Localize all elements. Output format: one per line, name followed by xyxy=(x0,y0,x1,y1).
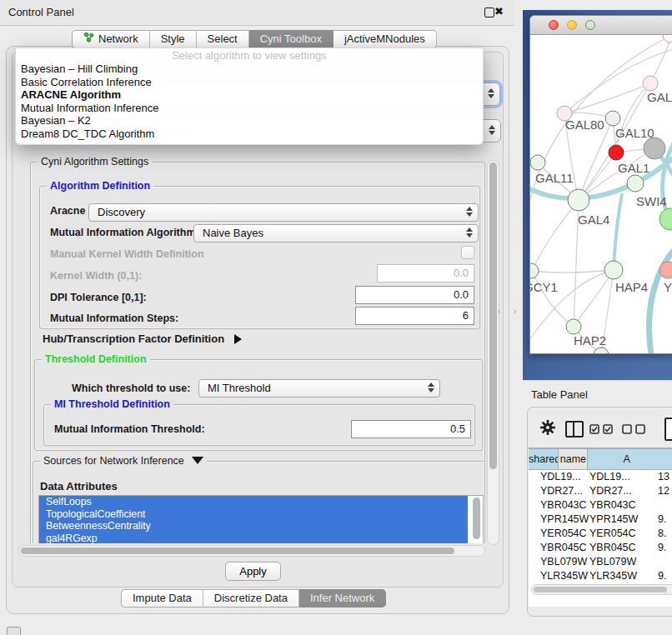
cyni-settings-group-title: Cyni Algorithm Settings xyxy=(38,156,152,168)
dpi-tolerance-field[interactable]: 0.0 xyxy=(355,286,474,304)
network-edge[interactable] xyxy=(532,200,579,271)
mi-type-combo[interactable]: Naive Bayes xyxy=(193,224,479,242)
table-cell: YBR043C xyxy=(529,498,583,512)
network-node[interactable] xyxy=(659,208,672,230)
tab-select[interactable]: Select xyxy=(197,30,249,48)
table-column-header[interactable]: shared... xyxy=(529,448,559,470)
table-row[interactable]: YBR045CYBR045C9. xyxy=(529,541,672,555)
tab-label: Network xyxy=(98,30,138,48)
apply-button[interactable]: Apply xyxy=(225,562,281,581)
mi-steps-label: Mutual Information Steps: xyxy=(50,312,178,324)
table-row[interactable]: YER054CYER054C8. xyxy=(529,527,672,541)
table-cell: 9. xyxy=(635,541,672,555)
network-canvas[interactable]: GALGAL80GAL10GAL1GAL11SWI4GAL4GCY1HAP4YH… xyxy=(530,35,672,353)
network-node[interactable] xyxy=(644,138,665,159)
algorithm-option[interactable]: Bayesian – K2 xyxy=(16,114,483,128)
network-node-y[interactable] xyxy=(659,262,672,278)
stepper-arrows-icon xyxy=(489,125,494,135)
sources-group-title[interactable]: Sources for Network Inference xyxy=(40,455,207,467)
table-row[interactable]: YBL079WYBL079W xyxy=(529,555,672,569)
table-cell: YER054C xyxy=(583,527,635,541)
network-edge[interactable] xyxy=(649,245,672,353)
float-window-icon[interactable] xyxy=(484,8,494,18)
network-node-hap4[interactable] xyxy=(604,261,623,279)
table-row[interactable]: YDR27...YDR27...12 xyxy=(529,484,672,498)
data-attribute-item-selected[interactable]: SelfLoops xyxy=(39,496,468,508)
network-node-hap2[interactable] xyxy=(566,319,581,334)
node-table[interactable]: shared...nameA YDL19...YDL19...13YDR27..… xyxy=(529,448,672,607)
network-view-window[interactable]: GALGAL80GAL10GAL1GAL11SWI4GAL4GCY1HAP4YH… xyxy=(529,15,672,354)
mi-threshold-field[interactable]: 0.5 xyxy=(351,420,471,438)
settings-vertical-scrollbar[interactable] xyxy=(487,160,499,545)
zoom-traffic-light-icon[interactable] xyxy=(585,20,595,30)
algorithm-option[interactable]: Dream8 DC_TDC Algorithm xyxy=(16,128,483,141)
close-icon[interactable]: ✖ xyxy=(494,5,504,18)
table-horizontal-scrollbar[interactable] xyxy=(531,584,672,595)
table-column-header[interactable]: A xyxy=(588,448,672,470)
network-node-gcy1[interactable] xyxy=(530,263,539,278)
data-attribute-item-selected[interactable]: gal4RGexp xyxy=(39,532,468,544)
data-attributes-list[interactable]: SelfLoopsTopologicalCoefficientBetweenne… xyxy=(38,495,484,543)
tab-discretize-data[interactable]: Discretize Data xyxy=(203,589,299,608)
table-cell: YDL19... xyxy=(583,470,635,484)
table-row[interactable]: YPR145WYPR145W9. xyxy=(529,512,672,527)
aracne-mode-combo[interactable]: Discovery xyxy=(88,203,479,222)
algorithm-option[interactable]: ARACNE Algorithm xyxy=(16,88,483,102)
tab-style[interactable]: Style xyxy=(150,30,197,48)
minimize-traffic-light-icon[interactable] xyxy=(567,20,577,30)
list-scrollbar-thumb[interactable] xyxy=(473,498,480,539)
select-all-checkboxes-icon[interactable] xyxy=(589,424,613,434)
network-edge[interactable] xyxy=(614,193,622,270)
table-row[interactable]: YDL19...YDL19...13 xyxy=(529,470,672,484)
network-node-gal1[interactable] xyxy=(609,145,624,160)
algorithm-option[interactable]: Bayesian – Hill Climbing xyxy=(16,62,483,76)
tab-network[interactable]: Network xyxy=(72,30,150,48)
table-horizontal-scrollbar-thumb[interactable] xyxy=(534,587,667,592)
algorithm-option[interactable]: Mutual Information Inference xyxy=(16,102,483,115)
network-node-gal10[interactable] xyxy=(605,111,620,126)
data-attribute-item-selected[interactable]: TopologicalCoefficient xyxy=(39,508,468,521)
node-label: HAP4 xyxy=(615,280,648,294)
network-node[interactable] xyxy=(594,348,609,353)
deselect-all-checkboxes-icon[interactable] xyxy=(622,424,645,434)
hub-definition-expander[interactable]: Hub/Transcription Factor Definition xyxy=(43,332,242,345)
tab-infer-network[interactable]: Infer Network xyxy=(299,589,386,608)
algorithm-option[interactable]: Basic Correlation Inference xyxy=(16,76,483,89)
network-edge[interactable] xyxy=(532,270,614,272)
settings-horizontal-scrollbar[interactable] xyxy=(18,545,485,557)
mi-steps-field[interactable]: 6 xyxy=(355,307,474,325)
taskbar-icon[interactable] xyxy=(7,627,21,635)
network-node-gal11[interactable] xyxy=(530,155,545,170)
tab-impute-data[interactable]: Impute Data xyxy=(121,589,203,608)
settings-vertical-scrollbar-thumb[interactable] xyxy=(489,162,497,469)
dropdown-prompt: Select algorithm to view settings xyxy=(16,49,483,62)
splitter-handle-icon[interactable]: › xyxy=(514,307,516,316)
splitter-handle-icon[interactable]: ‹ xyxy=(498,307,500,316)
split-columns-icon[interactable] xyxy=(565,421,584,438)
network-node-swi4[interactable] xyxy=(627,175,644,192)
tab-cyni-toolbox[interactable]: Cyni Toolbox xyxy=(249,30,333,48)
table-cell xyxy=(635,498,672,512)
table-cell: 8. xyxy=(635,527,672,541)
network-edge[interactable] xyxy=(574,270,614,327)
tab-jactivemnodules[interactable]: jActiveMNodules xyxy=(333,30,437,48)
table-column-header[interactable]: name xyxy=(559,448,588,470)
network-node[interactable] xyxy=(663,35,672,42)
network-window-titlebar[interactable] xyxy=(530,16,672,35)
which-threshold-combo[interactable]: MI Threshold xyxy=(198,379,440,398)
table-settings-gear-icon[interactable] xyxy=(539,419,556,439)
settings-horizontal-scrollbar-thumb[interactable] xyxy=(21,548,454,554)
table-row[interactable]: YLR345WYLR345W9. xyxy=(529,569,672,583)
kernel-width-field[interactable]: 0.0 xyxy=(377,264,474,282)
network-node-gal4[interactable] xyxy=(568,189,589,211)
close-traffic-light-icon[interactable] xyxy=(549,20,559,30)
document-icon[interactable] xyxy=(664,418,672,441)
control-panel-title: Control Panel xyxy=(8,6,74,18)
data-attribute-item-selected[interactable]: BetweennessCentrality xyxy=(39,520,468,532)
network-desktop-background: GALGAL80GAL10GAL1GAL11SWI4GAL4GCY1HAP4YH… xyxy=(523,10,672,380)
network-node-gal[interactable] xyxy=(643,76,658,91)
which-threshold-value: MI Threshold xyxy=(208,382,271,394)
manual-kernel-checkbox[interactable] xyxy=(461,246,474,259)
table-cell: YBR045C xyxy=(583,541,635,555)
table-row[interactable]: YBR043CYBR043C xyxy=(529,498,672,512)
